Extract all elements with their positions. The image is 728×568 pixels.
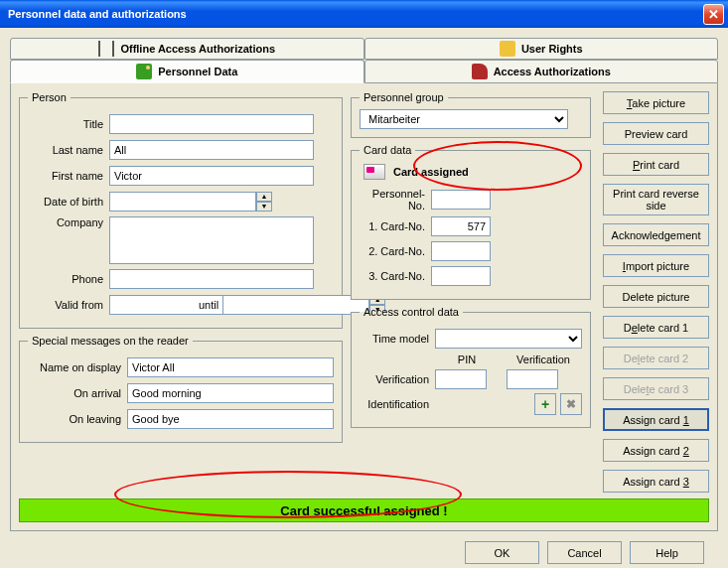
card2-input[interactable] (431, 241, 491, 261)
validuntil-input[interactable] (222, 295, 369, 315)
identification-delete-button[interactable]: ✖ (560, 393, 582, 415)
ok-button[interactable]: OK (465, 541, 539, 564)
card-icon (364, 164, 385, 180)
acd-legend: Access control data (360, 306, 463, 318)
personnel-no-label: Personnel-No. (360, 188, 431, 212)
timemodel-label: Time model (360, 333, 435, 345)
assign-card-1-button[interactable]: Assign card 1 (603, 408, 709, 431)
card-data-group: Card data Card assigned Personnel-No. 1.… (351, 144, 591, 300)
tab-access-authorizations[interactable]: Access Authorizations (364, 60, 719, 83)
acd-headers: PIN Verification (441, 354, 582, 365)
verification-label: Verification (360, 373, 435, 385)
identification-label: Identification (360, 398, 435, 410)
lastname-label: Last name (28, 144, 109, 156)
delete-card-3-button: Delete card 3 (603, 377, 709, 400)
card-status-text: Card assigned (393, 166, 469, 178)
acknowledgement-button[interactable]: Acknowledgement (603, 223, 709, 246)
phone-label: Phone (28, 273, 109, 285)
personnel-group-select[interactable]: Mitarbeiter (360, 109, 568, 129)
tab-personnel-data[interactable]: Personnel Data (10, 60, 364, 83)
personnel-icon (136, 64, 152, 79)
access-control-group: Access control data Time model PIN Verif… (351, 306, 591, 428)
person-legend: Person (28, 91, 71, 103)
card-status: Card assigned (364, 164, 582, 180)
firstname-input[interactable] (109, 166, 314, 186)
firstname-label: First name (28, 170, 109, 182)
card1-input[interactable] (431, 216, 491, 236)
person-group: Person Title Last name First name Date o… (19, 91, 343, 329)
validfrom-label: Valid from (28, 299, 109, 311)
identification-add-button[interactable]: + (534, 393, 556, 415)
dob-label: Date of birth (28, 196, 109, 208)
card3-label: 3. Card-No. (360, 270, 431, 282)
cancel-button[interactable]: Cancel (547, 541, 622, 564)
special-messages-group: Special messages on the reader Name on d… (19, 335, 343, 443)
timemodel-select[interactable] (435, 329, 582, 349)
assign-card-3-button[interactable]: Assign card 3 (603, 470, 709, 493)
dob-up[interactable]: ▲ (256, 192, 272, 202)
lastname-input[interactable] (109, 140, 314, 160)
dob-down[interactable]: ▼ (256, 202, 272, 212)
on-arrival-input[interactable] (127, 383, 334, 403)
dialog-buttons: OK Cancel Help (10, 531, 718, 568)
verification-pin-input[interactable] (435, 369, 487, 389)
card2-label: 2. Card-No. (360, 245, 431, 257)
verification-ver-input[interactable] (507, 369, 558, 389)
validfrom-spinner[interactable]: ▲▼ (109, 295, 195, 315)
offline-icon (98, 41, 114, 57)
pgroup-legend: Personnel group (360, 91, 448, 103)
dob-spinner[interactable]: ▲▼ (109, 192, 195, 212)
company-input[interactable] (109, 216, 314, 264)
window-body: Offline Access Authorizations User Right… (0, 28, 728, 568)
tab-user-rights[interactable]: User Rights (364, 38, 719, 60)
verification-header: Verification (512, 354, 574, 365)
name-display-input[interactable] (127, 357, 334, 377)
print-reverse-button[interactable]: Print card reverse side (603, 184, 709, 215)
side-button-column: TTake pictureake picture Preview card Pr… (603, 91, 709, 493)
on-leaving-label: On leaving (28, 413, 127, 425)
card-legend: Card data (360, 144, 415, 156)
window-title: Personnel data and authorizations (8, 8, 187, 20)
personnel-group-fieldset: Personnel group Mitarbeiter (351, 91, 591, 138)
delete-card-2-button: Delete card 2 (603, 347, 709, 369)
access-auth-icon (472, 64, 488, 79)
tab-row-front: Personnel Data Access Authorizations (10, 60, 718, 83)
tab-row-back: Offline Access Authorizations User Right… (10, 36, 718, 60)
name-display-label: Name on display (28, 361, 127, 373)
pin-header: PIN (441, 354, 493, 365)
validuntil-spinner[interactable]: ▲▼ (222, 295, 308, 315)
title-input[interactable] (109, 114, 314, 134)
tab-personnel-label: Personnel Data (158, 66, 237, 77)
title-label: Title (28, 118, 109, 130)
status-banner: Card successful assigned ! (19, 498, 709, 522)
on-arrival-label: On arrival (28, 387, 127, 399)
tab-access-auth-label: Access Authorizations (494, 66, 611, 77)
print-card-button[interactable]: Print card (603, 153, 709, 176)
card1-label: 1. Card-No. (360, 220, 431, 232)
card3-input[interactable] (431, 266, 491, 286)
delete-picture-button[interactable]: Delete picture (603, 285, 709, 308)
on-leaving-input[interactable] (127, 409, 334, 429)
delete-card-1-button[interactable]: Delete card 1 (603, 316, 709, 339)
close-button[interactable]: ✕ (703, 4, 724, 25)
special-legend: Special messages on the reader (28, 335, 193, 347)
take-picture-button[interactable]: TTake pictureake picture (603, 91, 709, 114)
assign-card-2-button[interactable]: Assign card 2 (603, 439, 709, 462)
phone-input[interactable] (109, 269, 314, 289)
until-label: until (199, 299, 218, 311)
personnel-no-input[interactable] (431, 190, 491, 210)
tab-panel: Person Title Last name First name Date o… (10, 83, 718, 531)
titlebar: Personnel data and authorizations ✕ (0, 0, 728, 28)
tab-offline-access[interactable]: Offline Access Authorizations (10, 38, 364, 60)
tab-offline-label: Offline Access Authorizations (120, 43, 275, 55)
dob-input[interactable] (109, 192, 256, 212)
help-button[interactable]: Help (630, 541, 704, 564)
company-label: Company (28, 216, 109, 228)
tab-user-rights-label: User Rights (521, 43, 583, 55)
preview-card-button[interactable]: Preview card (603, 122, 709, 145)
import-picture-button[interactable]: Import picture (603, 254, 709, 277)
user-rights-icon (500, 41, 515, 57)
